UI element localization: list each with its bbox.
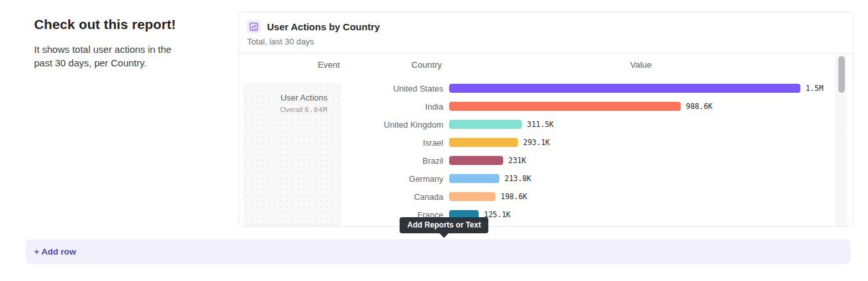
country-label: United States bbox=[393, 84, 443, 93]
value-bar[interactable] bbox=[449, 102, 681, 111]
value-label: 293.1K bbox=[523, 138, 550, 147]
value-bar[interactable] bbox=[449, 84, 800, 93]
report-subtitle: Total, last 30 days bbox=[247, 37, 845, 46]
country-label: India bbox=[425, 102, 443, 111]
chart-area: Event Country Value User Actions Overall… bbox=[239, 53, 853, 226]
column-header-country: Country bbox=[411, 60, 441, 70]
add-row-button[interactable]: + Add row bbox=[26, 239, 851, 264]
value-bar[interactable] bbox=[449, 138, 518, 147]
value-bar[interactable] bbox=[449, 120, 522, 129]
country-label: Canada bbox=[414, 192, 443, 202]
country-label: United Kingdom bbox=[384, 120, 444, 130]
tooltip-label: Add Reports or Text bbox=[407, 220, 481, 229]
chart-row: United States1.5M bbox=[239, 79, 834, 97]
value-label: 1.5M bbox=[806, 84, 824, 93]
chart-row: United Kingdom311.5K bbox=[239, 115, 834, 133]
chart-row: India988.6K bbox=[239, 97, 834, 115]
country-label: Germany bbox=[409, 174, 443, 184]
value-label: 311.5K bbox=[527, 120, 554, 129]
chart-row: Canada198.6K bbox=[239, 188, 834, 206]
chart-row: Israel293.1K bbox=[239, 133, 834, 151]
add-reports-tooltip: Add Reports or Text bbox=[400, 217, 488, 233]
column-header-value: Value bbox=[630, 60, 652, 70]
report-card-header: User Actions by Country Total, last 30 d… bbox=[239, 12, 853, 53]
value-label: 988.6K bbox=[686, 102, 713, 111]
add-row-label: + Add row bbox=[34, 247, 76, 257]
country-label: Brazil bbox=[422, 156, 443, 166]
report-card[interactable]: User Actions by Country Total, last 30 d… bbox=[238, 12, 854, 227]
report-title: User Actions by Country bbox=[267, 21, 380, 32]
chart-row: Germany213.8K bbox=[239, 170, 834, 188]
tooltip-arrow-down bbox=[439, 233, 448, 238]
page-title: Check out this report! bbox=[34, 17, 189, 32]
page-description: It shows total user actions in the past … bbox=[34, 43, 189, 70]
value-label: 213.8K bbox=[504, 174, 531, 183]
chart-row: France125.1K bbox=[239, 206, 834, 224]
combo-chart-icon bbox=[247, 20, 261, 34]
value-label: 231K bbox=[508, 156, 526, 165]
scrollbar-thumb[interactable] bbox=[838, 56, 845, 93]
intro-block: Check out this report! It shows total us… bbox=[34, 17, 189, 70]
value-bar[interactable] bbox=[449, 192, 495, 201]
country-label: Israel bbox=[423, 138, 443, 148]
chart-scrollbar[interactable] bbox=[836, 55, 847, 226]
value-label: 198.6K bbox=[501, 192, 528, 201]
value-bar[interactable] bbox=[449, 174, 499, 183]
value-bar[interactable] bbox=[449, 156, 503, 165]
chart-row: Brazil231K bbox=[239, 151, 834, 170]
column-header-event: Event bbox=[318, 60, 340, 70]
bar-chart: United States1.5MIndia988.6KUnited Kingd… bbox=[239, 79, 834, 224]
